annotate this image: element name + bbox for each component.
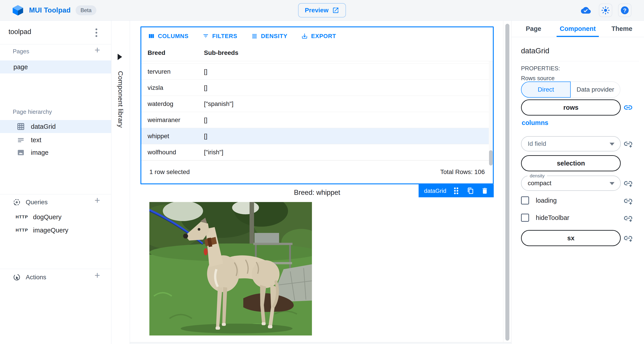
text-icon xyxy=(16,136,25,144)
actions-icon xyxy=(13,273,21,281)
datagrid-footer: 1 row selected Total Rows: 106 xyxy=(141,160,493,183)
sx-property-button[interactable]: sx xyxy=(521,230,621,246)
add-action-button[interactable]: + xyxy=(92,271,102,281)
cell-sub-breeds: ["spanish"] xyxy=(204,100,234,107)
cell-sub-breeds: ["irish"] xyxy=(204,149,224,156)
hide-toolbar-checkbox[interactable] xyxy=(521,214,529,222)
cell-sub-breeds: [] xyxy=(204,68,208,75)
table-row[interactable]: wolfhound ["irish"] xyxy=(141,144,493,160)
columns-button-label: COLUMNS xyxy=(158,33,188,40)
datagrid-component[interactable]: COLUMNS FILTERS DENSITY xyxy=(140,27,494,184)
datagrid-scrollbar[interactable] xyxy=(489,61,493,160)
image-component-whippet-photo[interactable] xyxy=(149,202,312,335)
export-icon xyxy=(301,33,308,39)
hierarchy-item-label: image xyxy=(31,149,48,156)
id-field-placeholder: Id field xyxy=(528,140,546,147)
hide-toolbar-add-binding-icon[interactable] xyxy=(623,213,633,223)
hierarchy-item-label: dataGrid xyxy=(31,123,56,130)
table-row[interactable]: tervuren [] xyxy=(141,64,493,80)
add-query-button[interactable]: + xyxy=(92,196,102,206)
project-menu-button[interactable] xyxy=(92,28,101,38)
filters-button-label: FILTERS xyxy=(212,33,237,40)
cloud-done-icon xyxy=(580,5,592,15)
datagrid-scrollbar-thumb[interactable] xyxy=(489,150,492,165)
cell-breed: vizsla xyxy=(141,84,204,91)
http-badge: HTTP xyxy=(16,228,28,233)
light-mode-sun-icon xyxy=(601,6,610,15)
add-page-button[interactable]: + xyxy=(92,46,102,56)
hierarchy-item-image[interactable]: image xyxy=(0,146,111,159)
component-library-panel[interactable]: Component library xyxy=(111,21,130,344)
tab-theme[interactable]: Theme xyxy=(600,21,644,37)
hierarchy-item-label: text xyxy=(31,136,41,144)
rows-binding-link-icon[interactable] xyxy=(623,103,633,112)
rows-source-data-provider-option[interactable]: Data provider xyxy=(571,82,620,98)
query-item-imagequery[interactable]: HTTP imageQuery xyxy=(0,224,111,237)
pages-section-label: Pages xyxy=(13,48,29,55)
loading-checkbox-row[interactable]: loading xyxy=(521,197,557,205)
queries-section-label: Queries xyxy=(26,199,48,206)
query-item-label: imageQuery xyxy=(33,227,68,234)
loading-checkbox[interactable] xyxy=(521,197,529,205)
top-bar: MUI Toolpad Beta Preview xyxy=(0,0,644,21)
top-bar-actions: ? xyxy=(580,0,632,21)
canvas-scrollbar-thumb[interactable] xyxy=(505,24,510,341)
cell-breed: whippet xyxy=(141,133,204,140)
main-area: toolpad Pages + page Page hierarchy data… xyxy=(0,21,644,344)
tab-component[interactable]: Component xyxy=(556,21,600,37)
canvas-scrollbar[interactable] xyxy=(503,21,511,344)
inspector-tabs: Page Component Theme xyxy=(512,21,644,37)
rows-source-direct-option[interactable]: Direct xyxy=(521,82,571,98)
datagrid-header-row: Breed Sub-breeds xyxy=(141,45,493,61)
density-add-binding-icon[interactable] xyxy=(623,178,633,188)
tab-page[interactable]: Page xyxy=(512,21,556,37)
hide-toolbar-checkbox-row[interactable]: hideToolbar xyxy=(521,214,569,222)
table-row[interactable]: weimaraner [] xyxy=(141,112,493,128)
help-button[interactable]: ? xyxy=(618,4,632,17)
loading-add-binding-icon[interactable] xyxy=(623,196,633,206)
theme-toggle-button[interactable] xyxy=(599,4,612,17)
svg-text:?: ? xyxy=(623,8,626,14)
table-row[interactable]: vizsla [] xyxy=(141,80,493,96)
query-item-label: dogQuery xyxy=(33,213,62,221)
column-header-breed[interactable]: Breed xyxy=(141,49,204,56)
preview-button[interactable]: Preview xyxy=(298,3,346,18)
hierarchy-item-datagrid[interactable]: dataGrid xyxy=(0,120,111,133)
density-button-label: DENSITY xyxy=(261,33,287,40)
help-question-icon: ? xyxy=(620,6,630,15)
cell-breed: weimaraner xyxy=(141,116,204,124)
selection-property-button[interactable]: selection xyxy=(521,155,621,171)
table-row[interactable]: waterdog ["spanish"] xyxy=(141,96,493,112)
component-title: dataGrid xyxy=(521,47,550,55)
table-row-selected[interactable]: whippet [] xyxy=(141,128,493,144)
partial-row xyxy=(141,61,493,64)
export-button-label: EXPORT xyxy=(311,33,336,40)
chevron-down-icon xyxy=(610,182,614,185)
mui-toolpad-app: MUI Toolpad Beta Preview xyxy=(0,0,644,344)
page-canvas: COLUMNS FILTERS DENSITY xyxy=(130,21,503,344)
queries-icon xyxy=(13,198,21,206)
export-button[interactable]: EXPORT xyxy=(301,33,336,40)
text-component[interactable]: Breed: whippet xyxy=(140,189,494,197)
brand: MUI Toolpad Beta xyxy=(0,5,96,16)
cell-breed: tervuren xyxy=(141,68,204,75)
image-icon xyxy=(16,148,25,157)
sx-add-binding-icon[interactable] xyxy=(623,233,633,243)
columns-property-link[interactable]: columns xyxy=(522,119,548,126)
hierarchy-item-text[interactable]: text xyxy=(0,133,111,146)
id-field-select[interactable]: Id field xyxy=(521,136,621,151)
beta-badge: Beta xyxy=(76,5,96,15)
density-button[interactable]: DENSITY xyxy=(251,33,287,40)
column-header-sub-breeds[interactable]: Sub-breeds xyxy=(204,49,238,56)
query-item-dogquery[interactable]: HTTP dogQuery xyxy=(0,211,111,224)
cell-breed: waterdog xyxy=(141,100,204,107)
columns-button[interactable]: COLUMNS xyxy=(148,33,188,40)
id-field-add-binding-icon[interactable] xyxy=(623,139,633,149)
preview-button-label: Preview xyxy=(305,7,328,14)
cell-sub-breeds: [] xyxy=(204,133,208,140)
loading-label: loading xyxy=(536,197,557,204)
data-grid-icon xyxy=(16,122,25,131)
sidebar-item-page[interactable]: page xyxy=(0,61,111,73)
filters-button[interactable]: FILTERS xyxy=(202,33,237,40)
rows-property-button[interactable]: rows xyxy=(521,99,621,116)
